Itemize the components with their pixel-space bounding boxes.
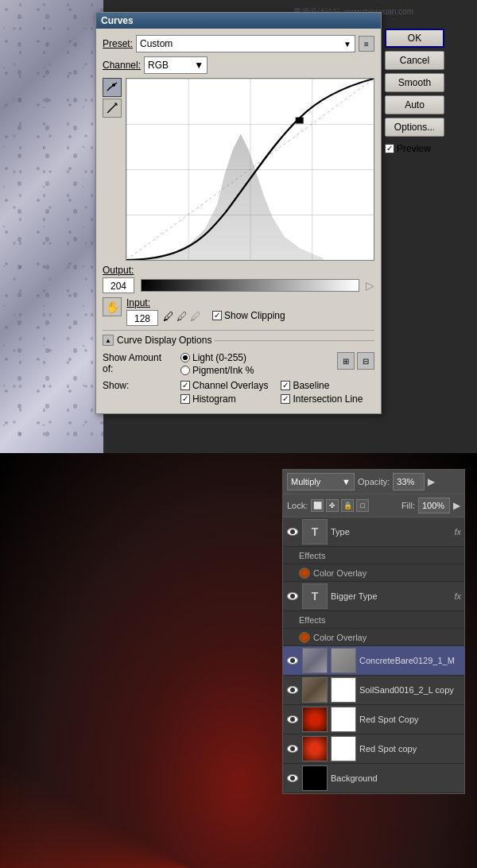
visibility-biggertype[interactable] <box>286 590 299 603</box>
layer-name-background: Background <box>331 773 461 783</box>
dialog-button-group: OK Cancel Smooth Auto Options... Preview <box>385 29 444 154</box>
layer-item-background[interactable]: Background <box>283 764 464 793</box>
visibility-redspot2[interactable] <box>286 742 299 755</box>
histogram-label: Histogram <box>192 393 236 405</box>
grid-small-button[interactable]: ⊞ <box>337 352 355 370</box>
show-clipping-checkbox[interactable] <box>212 311 222 320</box>
output-value[interactable]: 204 <box>103 277 134 293</box>
pigment-radio[interactable] <box>180 366 190 375</box>
curve-tool-pencil[interactable] <box>103 78 122 97</box>
dialog-title: Curves <box>101 15 134 26</box>
layer-thumb-redspot1 <box>302 707 328 732</box>
sub-layer-coloroverlay-1[interactable]: Color Overlay <box>283 564 464 582</box>
dropdown-arrow-icon: ▼ <box>343 40 351 48</box>
intersection-line-label: Intersection Line <box>293 393 363 405</box>
texture-background <box>0 0 103 453</box>
channel-overlays-row[interactable]: Channel Overlays <box>180 380 268 391</box>
svg-line-3 <box>126 79 374 260</box>
sub-layer-coloroverlay-2[interactable]: Color Overlay <box>283 629 464 646</box>
visibility-concrete[interactable] <box>286 654 299 667</box>
grid-large-button[interactable]: ⊟ <box>357 352 374 370</box>
lock-all-button[interactable]: 🔒 <box>341 499 354 512</box>
hand-tool-button[interactable]: ✋ <box>103 297 122 316</box>
layer-name-redspot1: Red Spot Copy <box>359 715 461 724</box>
lock-label: Lock: <box>287 501 308 510</box>
options-button[interactable]: Options... <box>385 118 444 137</box>
layer-item-redspot2[interactable]: Red Spot copy <box>283 734 464 764</box>
smooth-button[interactable]: Smooth <box>385 73 444 92</box>
channel-arrow-icon: ▼ <box>194 60 204 71</box>
preset-options-button[interactable]: ≡ <box>359 36 374 52</box>
histogram-checkbox[interactable] <box>180 394 190 404</box>
visibility-type[interactable] <box>286 525 299 538</box>
layer-thumb-soilsand <box>302 677 328 703</box>
light-radio[interactable] <box>180 353 190 362</box>
curve-svg <box>126 79 374 260</box>
layer-thumb-redspot2 <box>302 736 328 761</box>
color-overlay-icon-2 <box>299 632 310 643</box>
baseline-row[interactable]: Baseline <box>281 380 363 391</box>
light-radio-item[interactable]: Light (0-255) <box>180 352 254 363</box>
curve-display-header: Curve Display Options <box>117 335 211 346</box>
pencil-icon <box>106 81 118 94</box>
preview-checkbox[interactable] <box>385 144 394 153</box>
visibility-background[interactable] <box>286 772 299 785</box>
opacity-value: 33% <box>397 477 414 486</box>
sub-layer-effects-1[interactable]: Effects <box>283 547 464 564</box>
preview-row: Preview <box>385 143 444 154</box>
eyedropper-gray-icon[interactable]: 🖊 <box>176 310 188 323</box>
blend-mode-dropdown[interactable]: Multiply ▼ <box>287 473 355 490</box>
blend-mode-arrow-icon: ▼ <box>342 477 351 486</box>
pen-icon <box>106 102 118 114</box>
fx-badge-biggertype: fx <box>454 591 461 601</box>
ok-button[interactable]: OK <box>385 29 444 48</box>
fx-badge-type: fx <box>454 527 461 537</box>
svg-line-1 <box>107 103 117 113</box>
input-value[interactable]: 128 <box>126 310 158 326</box>
eye-icon-concrete <box>287 657 298 665</box>
dialog-titlebar: Curves <box>96 13 381 29</box>
layer-mask-redspot2 <box>331 736 356 761</box>
output-gradient <box>141 279 359 292</box>
channel-overlays-checkbox[interactable] <box>180 381 190 390</box>
show-label: Show: <box>103 380 174 391</box>
pigment-radio-item[interactable]: Pigment/Ink % <box>180 365 254 376</box>
eyedropper-white-icon[interactable]: 🖊 <box>190 310 201 323</box>
channel-dropdown[interactable]: RGB ▼ <box>144 56 207 74</box>
eyedropper-black-icon[interactable]: 🖊 <box>163 310 174 323</box>
color-overlay-label-2: Color Overlay <box>313 633 366 642</box>
fill-arrow-icon[interactable]: ▶ <box>453 500 460 511</box>
curve-canvas[interactable] <box>126 78 374 261</box>
effects-label-1: Effects <box>299 551 325 560</box>
opacity-input[interactable]: 33% <box>393 473 425 490</box>
lock-position-button[interactable]: ✜ <box>326 499 339 512</box>
layer-item-soilsand[interactable]: SoilSand0016_2_L copy <box>283 676 464 705</box>
preset-value: Custom <box>140 38 173 49</box>
visibility-soilsand[interactable] <box>286 684 299 696</box>
layer-name-biggertype: Bigger Type <box>331 591 451 601</box>
intersection-line-checkbox[interactable] <box>281 394 290 404</box>
histogram-row[interactable]: Histogram <box>180 393 268 405</box>
sub-layer-effects-2[interactable]: Effects <box>283 611 464 629</box>
layer-item-type[interactable]: T Type fx <box>283 517 464 547</box>
preset-dropdown[interactable]: Custom ▼ <box>136 35 355 52</box>
eye-icon-soilsand <box>287 686 298 694</box>
fill-input[interactable]: 100% <box>418 498 450 513</box>
visibility-redspot1[interactable] <box>286 713 299 726</box>
lock-pixels-button[interactable]: ⬜ <box>311 499 324 512</box>
layer-item-redspot1[interactable]: Red Spot Copy <box>283 705 464 734</box>
layer-thumb-concrete <box>302 648 328 673</box>
collapse-button[interactable]: ▲ <box>103 335 114 346</box>
opacity-arrow-icon[interactable]: ▶ <box>428 476 435 487</box>
layer-name-type: Type <box>331 527 451 537</box>
layer-item-biggertype[interactable]: T Bigger Type fx <box>283 582 464 611</box>
pigment-option-label: Pigment/Ink % <box>192 365 254 376</box>
cancel-button[interactable]: Cancel <box>385 51 444 70</box>
curve-tool-point[interactable] <box>103 99 122 118</box>
baseline-checkbox[interactable] <box>281 381 290 390</box>
layer-item-concrete[interactable]: ConcreteBare0129_1_M <box>283 646 464 676</box>
intersection-line-row[interactable]: Intersection Line <box>281 393 363 405</box>
auto-button[interactable]: Auto <box>385 95 444 114</box>
channel-value: RGB <box>148 60 169 71</box>
lock-extra-button[interactable]: □ <box>356 499 369 512</box>
